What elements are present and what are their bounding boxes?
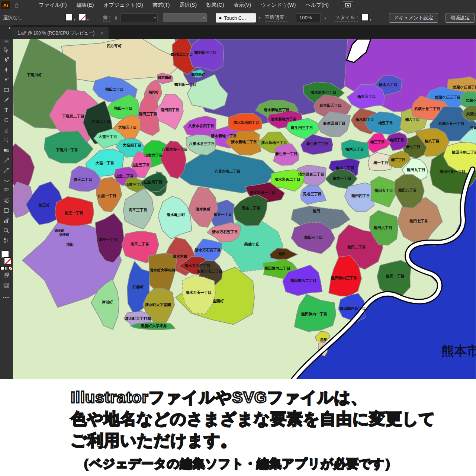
region-label: 清水岩倉三丁目 [298, 172, 324, 176]
opacity-field[interactable]: 100% [296, 13, 321, 22]
curvature-tool[interactable] [1, 75, 11, 85]
menu-item-edit[interactable]: 編集(E) [77, 2, 94, 9]
screen-mode-button[interactable] [1, 280, 11, 290]
color-button[interactable] [0, 266, 4, 270]
menu-item-window[interactable]: ウィンドウ(W) [261, 2, 296, 9]
region-label: 大窪五丁目 [118, 125, 137, 129]
fill-swatch[interactable] [65, 14, 73, 21]
region-label: 武蔵ケ丘三丁目 [434, 95, 461, 99]
tool-list: T [1, 45, 11, 245]
map-artwork[interactable]: 四方寄町下硯川町池田室園町乗越ケ丘八景水谷二丁目龍田七丁目龍田弓削一丁目弓削龍田… [12, 39, 476, 379]
menu-item-select[interactable]: 選択(S) [179, 2, 197, 9]
region-label: 龍田陳内二丁目 [290, 279, 316, 283]
region-label: 大窪一丁目 [95, 161, 114, 165]
menu-items: ファイル(F)編集(E)オブジェクト(O)書式(T)選択(S)効果(C)表示(V… [39, 2, 328, 9]
region-label: 下硯川町 [26, 73, 42, 77]
menu-item-help[interactable]: ヘルプ(H) [305, 2, 328, 9]
chevron-down-icon[interactable]: ▾ [370, 18, 372, 22]
region-label: 龍田五丁目 [374, 189, 393, 193]
document-canvas[interactable]: 四方寄町下硯川町池田室園町乗越ケ丘八景水谷二丁目龍田七丁目龍田弓削一丁目弓削龍田… [12, 39, 476, 379]
direct-selection-tool[interactable] [1, 55, 11, 65]
gradient-tool[interactable] [1, 145, 11, 155]
pen-tool[interactable] [1, 65, 11, 75]
none-button[interactable] [9, 266, 12, 270]
region-label: 清水新地一丁目 [210, 134, 237, 138]
draw-mode-button[interactable] [1, 270, 11, 280]
region-label: 龍田八丁目 [398, 188, 417, 192]
stroke-weight-label[interactable]: 線 : [103, 14, 110, 22]
preferences-button[interactable]: 環境設定 [446, 13, 475, 23]
toolbar-drag-handle[interactable] [3, 41, 10, 42]
region-label: 龍田陳内四丁目 [340, 306, 366, 311]
type-tool[interactable]: T [1, 105, 11, 115]
graph-tool[interactable] [1, 215, 11, 225]
blend-tool[interactable] [1, 185, 11, 195]
region-label: 楠七丁目 [405, 145, 421, 149]
scale-tool[interactable] [1, 155, 11, 165]
fill-color-control[interactable]: ▾ [65, 14, 75, 22]
region-label: 山室六丁目 [144, 153, 163, 157]
region-label: 麻生田五丁目 [319, 103, 342, 107]
variable-width-combo[interactable]: ▾ [163, 13, 207, 22]
chevron-down-icon[interactable]: ▾ [74, 18, 75, 22]
region-label: 武蔵ケ丘 [466, 112, 476, 116]
brush-definition-combo[interactable]: ● Touch C... [216, 13, 256, 22]
paintbrush-tool[interactable] [1, 95, 11, 105]
stroke-weight-combo[interactable]: ▾ [120, 13, 158, 22]
style-swatch[interactable] [361, 14, 369, 21]
shape-builder-tool[interactable] [1, 195, 11, 205]
region-鶴羽田三丁目[interactable] [189, 39, 223, 71]
arrange-documents-icon[interactable] [343, 1, 353, 9]
region-label: 楠五丁目 [378, 121, 393, 125]
stroke-color-control[interactable]: ▾ [79, 14, 89, 22]
style-label[interactable]: スタイル : [335, 14, 358, 22]
region-label: 楡木三丁目 [345, 147, 364, 151]
eyedropper-tool[interactable] [1, 165, 11, 175]
home-icon[interactable]: ⌂ [15, 1, 19, 9]
stroke-swatch[interactable] [79, 14, 86, 21]
opacity-expand-chevron[interactable]: › [324, 15, 326, 20]
region-label: 武蔵ケ丘四丁目 [452, 85, 476, 89]
edit-toolbar[interactable] [1, 235, 11, 245]
chevron-down-icon[interactable]: ▾ [259, 16, 261, 20]
menu-bar: Ai ⌂ ファイル(F)編集(E)オブジェクト(O)書式(T)選択(S)効果(C… [0, 0, 476, 11]
toolbar-collapse-arrow[interactable]: ▸ [0, 25, 12, 39]
close-icon[interactable]: × [100, 30, 103, 36]
rectangle-tool[interactable] [1, 85, 11, 95]
region-label: 楠一丁目 [373, 161, 388, 165]
selection-tool[interactable] [1, 45, 11, 55]
menu-item-view[interactable]: 表示(V) [234, 2, 251, 9]
menu-item-effect[interactable]: 効果(C) [206, 2, 224, 9]
gradient-button[interactable] [4, 266, 8, 270]
region-label: 乗越ケ丘 [244, 242, 259, 246]
more-tools-button[interactable]: ••• [3, 295, 10, 300]
document-setup-button[interactable]: ドキュメント設定 [389, 13, 438, 23]
menu-item-file[interactable]: ファイル(F) [39, 2, 67, 9]
document-tab[interactable]: 1.ai* @ 100 % (RGB/CPU プレビュー) × [12, 27, 109, 39]
stroke-color-indicator[interactable] [4, 257, 11, 264]
illustrator-logo[interactable]: Ai [1, 1, 10, 9]
region-label: 清水新地六丁目 [270, 117, 297, 121]
chevron-down-icon[interactable]: ▾ [87, 18, 89, 22]
region-label: 高平三丁目 [129, 208, 147, 212]
region-label: 清水町大字打越 [125, 316, 151, 321]
menu-item-type[interactable]: 書式(T) [153, 2, 170, 9]
region-label: 清水新地三丁目 [261, 141, 287, 145]
artboard-tool[interactable] [1, 205, 11, 215]
zoom-tool[interactable] [1, 225, 11, 235]
style-swatch-control[interactable]: ▾ [361, 14, 372, 22]
stroke-weight-stepper[interactable]: ▲▼ [115, 15, 118, 20]
lasso-tool[interactable] [1, 135, 11, 145]
eraser-tool[interactable] [1, 125, 11, 135]
region-label: 大窪三丁目 [98, 135, 117, 139]
fill-stroke-indicator[interactable] [1, 250, 11, 264]
region-label: 下硯川二丁目 [62, 114, 84, 118]
opacity-label[interactable]: 不透明度 : [265, 14, 287, 22]
menu-item-object[interactable]: オブジェクト(O) [103, 2, 143, 9]
region-label: 八景水谷一丁目 [161, 147, 188, 151]
rotation-tool[interactable] [1, 115, 11, 125]
region-label: 楡木四丁目 [355, 118, 374, 122]
shaper-tool[interactable] [1, 175, 11, 185]
fill-color-indicator[interactable] [2, 250, 9, 257]
region-label: 楡木五丁目 [357, 94, 376, 99]
